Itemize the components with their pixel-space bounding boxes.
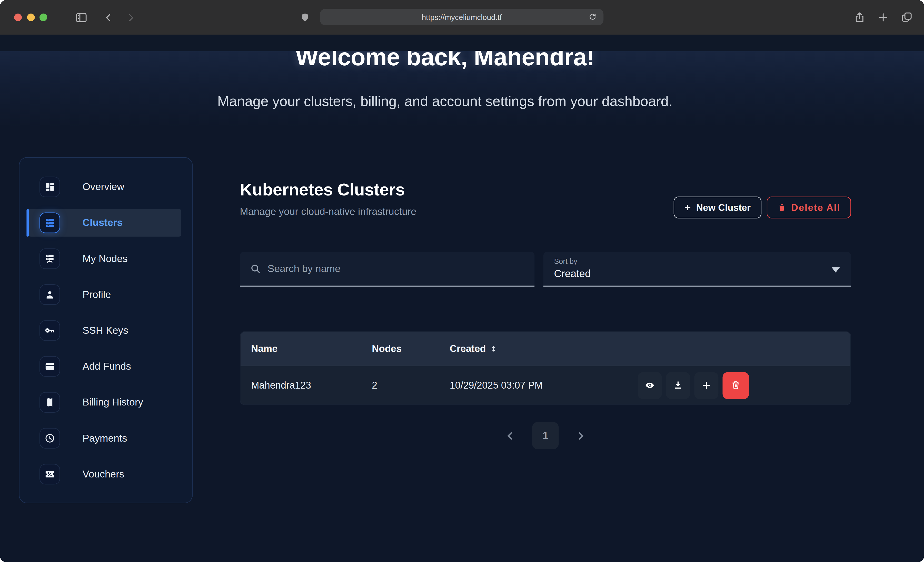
sidebar: Overview Clusters My Nodes Profile SSH K… <box>19 157 193 503</box>
sidebar-item-ssh-keys[interactable]: SSH Keys <box>20 312 192 348</box>
sidebar-item-overview[interactable]: Overview <box>20 169 192 205</box>
sort-value: Created <box>554 268 851 280</box>
icon-tile <box>39 428 60 448</box>
close-window-button[interactable] <box>14 13 22 21</box>
sidebar-item-my-nodes[interactable]: My Nodes <box>20 241 192 277</box>
section-subtitle: Manage your cloud-native infrastructure <box>240 206 416 218</box>
cell-node-count: 2 <box>372 380 450 391</box>
icon-tile <box>39 464 60 484</box>
col-name: Name <box>240 343 372 354</box>
download-button[interactable] <box>666 372 690 399</box>
download-icon <box>673 380 683 390</box>
chevron-down-icon <box>832 267 840 272</box>
sidebar-item-clusters[interactable]: Clusters <box>20 205 192 241</box>
trash-icon <box>731 380 741 390</box>
dashboard-page: Welcome back, Mahendra! Manage your clus… <box>0 35 924 562</box>
sidebar-item-label: Vouchers <box>82 468 124 480</box>
forward-icon[interactable] <box>125 12 136 22</box>
table-body: Mahendra123 2 10/29/2025 03:07 PM <box>240 366 850 405</box>
icon-tile <box>39 176 60 197</box>
add-node-button[interactable] <box>694 372 718 399</box>
page-title: Welcome back, Mahendra! <box>0 51 890 72</box>
chevron-right-icon[interactable] <box>575 430 586 441</box>
toolbar-right <box>854 11 913 24</box>
plus-icon: + <box>684 202 691 213</box>
icon-tile <box>39 392 60 413</box>
cell-cluster-name: Mahendra123 <box>240 380 372 391</box>
icon-tile <box>39 320 60 341</box>
table-row: Mahendra123 2 10/29/2025 03:07 PM <box>240 366 850 405</box>
sort-updown-icon <box>490 344 498 353</box>
section-title: Kubernetes Clusters <box>240 180 416 200</box>
card-icon <box>44 361 56 372</box>
view-button[interactable] <box>638 372 662 399</box>
clusters-table: Name Nodes Created Mahendra123 2 10/29/2… <box>240 332 851 405</box>
icon-tile <box>39 284 60 305</box>
overview-icon <box>44 181 56 193</box>
search-field <box>240 252 534 287</box>
delete-all-button[interactable]: Delete All <box>766 197 851 218</box>
tab-overview-icon[interactable] <box>900 11 913 24</box>
cell-created-date: 10/29/2025 03:07 PM <box>450 380 638 391</box>
nodes-icon <box>44 253 56 265</box>
hero-top-strip <box>0 35 924 51</box>
ticket-icon <box>44 468 56 480</box>
reload-icon[interactable] <box>588 12 597 21</box>
sidebar-item-add-funds[interactable]: Add Funds <box>20 348 192 384</box>
hero-title-wrap: Welcome back, Mahendra! <box>0 51 890 74</box>
delete-button[interactable] <box>722 372 749 399</box>
back-icon[interactable] <box>103 12 114 22</box>
viewport: https://myceliumcloud.tf <box>0 0 924 562</box>
row-actions <box>638 372 749 399</box>
clusters-icon <box>44 217 56 229</box>
new-tab-icon[interactable] <box>877 11 890 24</box>
trash-icon <box>777 203 786 212</box>
browser-window: https://myceliumcloud.tf <box>0 0 924 562</box>
page-number[interactable]: 1 <box>532 422 558 449</box>
minimize-window-button[interactable] <box>27 13 34 21</box>
sidebar-item-label: Clusters <box>82 217 123 229</box>
sidebar-item-label: Overview <box>82 181 124 193</box>
plus-icon <box>701 380 711 390</box>
icon-tile <box>39 356 60 377</box>
sidebar-item-label: Payments <box>82 432 127 444</box>
new-cluster-button[interactable]: + New Cluster <box>674 197 761 218</box>
col-nodes: Nodes <box>372 343 450 354</box>
sidebar-item-payments[interactable]: Payments <box>20 420 192 456</box>
sidebar-item-label: SSH Keys <box>82 324 128 336</box>
profile-icon <box>44 289 56 300</box>
sort-select[interactable]: Sort by Created <box>543 252 851 287</box>
share-icon[interactable] <box>854 11 866 24</box>
clock-icon <box>44 433 56 444</box>
search-icon <box>250 263 261 274</box>
sidebar-item-label: Add Funds <box>82 361 131 372</box>
sort-label: Sort by <box>554 257 851 265</box>
sidebar-toggle-icon[interactable] <box>75 11 88 24</box>
sidebar-item-label: Profile <box>82 289 111 300</box>
header-actions: + New Cluster Delete All <box>674 197 851 218</box>
icon-tile <box>39 212 60 233</box>
icon-tile <box>39 248 60 269</box>
zoom-window-button[interactable] <box>39 13 47 21</box>
col-created[interactable]: Created <box>450 343 638 354</box>
sidebar-item-label: Billing History <box>82 396 143 408</box>
pagination: 1 <box>240 422 851 449</box>
sidebar-item-billing-history[interactable]: Billing History <box>20 384 192 420</box>
url-field[interactable]: https://myceliumcloud.tf <box>320 9 603 25</box>
eye-icon <box>645 380 655 390</box>
sidebar-item-profile[interactable]: Profile <box>20 277 192 312</box>
chevron-left-icon[interactable] <box>504 430 516 441</box>
sidebar-item-label: My Nodes <box>82 253 128 265</box>
table-header: Name Nodes Created <box>240 332 850 366</box>
key-icon <box>44 325 56 336</box>
shield-icon[interactable] <box>300 12 310 23</box>
section-header: Kubernetes Clusters Manage your cloud-na… <box>240 180 416 218</box>
search-input[interactable] <box>267 263 515 275</box>
traffic-lights <box>14 13 47 21</box>
browser-toolbar: https://myceliumcloud.tf <box>0 0 924 35</box>
receipt-icon <box>44 397 56 408</box>
sidebar-item-vouchers[interactable]: Vouchers <box>20 456 192 492</box>
page-subtitle: Manage your clusters, billing, and accou… <box>0 93 890 109</box>
url-text: https://myceliumcloud.tf <box>422 13 502 21</box>
